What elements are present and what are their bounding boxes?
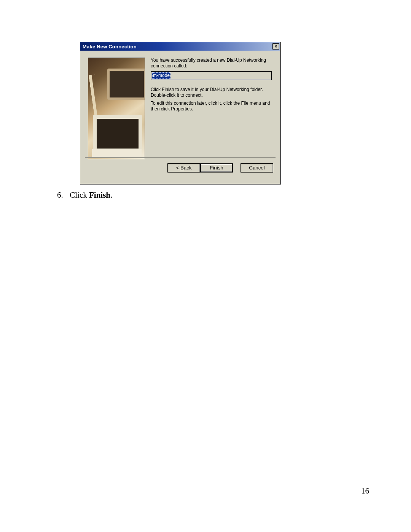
step-text-post: . bbox=[110, 190, 112, 200]
dialog-body: You have successfully created a new Dial… bbox=[80, 51, 280, 164]
step-number: 6. bbox=[57, 190, 68, 200]
connection-name-field[interactable]: m-mode bbox=[151, 71, 272, 80]
titlebar: Make New Connection × bbox=[80, 42, 280, 51]
wizard-illustration bbox=[88, 58, 145, 159]
success-text: You have successfully created a new Dial… bbox=[151, 58, 274, 69]
back-button[interactable]: < Back bbox=[167, 163, 200, 173]
button-row: < Back Finish Cancel bbox=[80, 163, 280, 174]
step-text-bold: Finish bbox=[89, 190, 110, 200]
connection-name-value: m-mode bbox=[152, 72, 170, 79]
make-new-connection-dialog: Make New Connection × You have successfu… bbox=[80, 42, 280, 184]
separator bbox=[85, 157, 276, 158]
close-icon: × bbox=[274, 44, 277, 49]
close-button[interactable]: × bbox=[272, 43, 279, 50]
instruction-save: Click Finish to save it in your Dial-Up … bbox=[151, 87, 274, 98]
instruction-edit: To edit this connection later, click it,… bbox=[151, 101, 274, 112]
page-number: 16 bbox=[361, 486, 369, 496]
dialog-content: You have successfully created a new Dial… bbox=[151, 58, 274, 114]
step-6: 6. Click Finish. bbox=[57, 190, 112, 200]
dialog-title: Make New Connection bbox=[83, 44, 137, 50]
finish-button[interactable]: Finish bbox=[200, 163, 233, 173]
step-text-pre: Click bbox=[70, 190, 89, 200]
cancel-button[interactable]: Cancel bbox=[241, 163, 273, 173]
